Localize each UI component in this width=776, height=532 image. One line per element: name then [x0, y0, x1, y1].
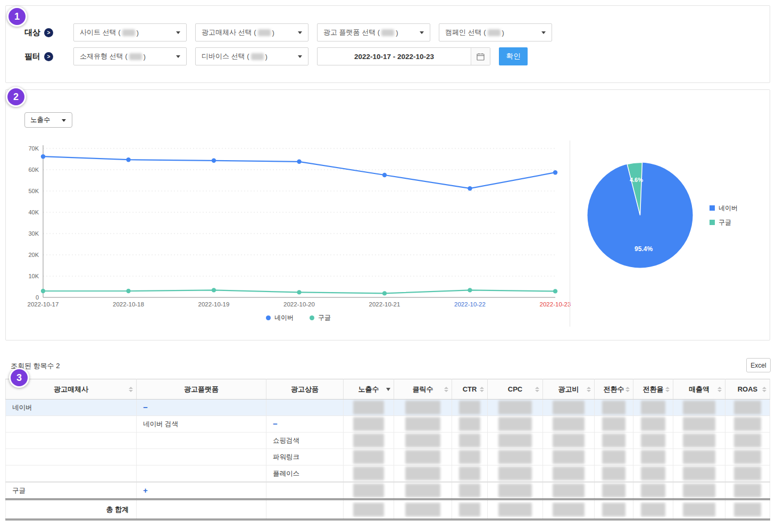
cell-metric	[394, 482, 452, 500]
column-header[interactable]: 클릭수	[394, 379, 452, 400]
sort-icon[interactable]	[762, 387, 766, 392]
cell-metric	[595, 500, 633, 520]
collapse-toggle-icon[interactable]: −	[137, 403, 154, 412]
target-filter-row: 대상 > 사이트 선택 ( ) 광고매체사 선택 ( ) 광고 플랫폼 선택 (…	[24, 23, 561, 41]
calendar-button[interactable]	[471, 48, 490, 65]
cell-metric	[452, 433, 488, 449]
cell-metric	[633, 482, 673, 500]
excel-export-button[interactable]: Excel	[746, 358, 771, 372]
column-header[interactable]: CTR	[452, 379, 488, 400]
column-label: CTR	[463, 385, 477, 393]
cell-metric	[394, 449, 452, 466]
legend-dot-icon	[310, 315, 314, 320]
table-row: 네이버−	[6, 400, 770, 416]
sort-desc-icon[interactable]	[386, 388, 390, 391]
cell-product	[266, 482, 344, 500]
column-header[interactable]: 전환율	[633, 379, 673, 400]
date-range-value: 2022-10-17 - 2022-10-23	[318, 48, 471, 65]
svg-text:30K: 30K	[28, 230, 39, 237]
cell-platform: 네이버 검색	[137, 416, 266, 433]
legend-item[interactable]: 네이버	[266, 313, 294, 322]
column-header[interactable]: 노출수	[344, 379, 394, 400]
sort-icon[interactable]	[717, 387, 722, 392]
cell-metric	[452, 500, 488, 520]
sort-icon[interactable]	[129, 387, 133, 392]
masked-value	[683, 434, 715, 447]
confirm-button[interactable]: 확인	[499, 47, 528, 65]
dropdown-label: 광고매체사 선택 (	[202, 28, 256, 37]
cell-metric	[344, 433, 394, 449]
cell-metric	[452, 482, 488, 500]
masked-value	[405, 467, 441, 480]
legend-item[interactable]: 구글	[310, 313, 331, 322]
cell-metric	[452, 466, 488, 483]
cell-metric	[344, 500, 394, 520]
cell-metric	[595, 482, 633, 500]
masked-value	[459, 434, 481, 447]
cell-media	[6, 433, 137, 449]
platform-select-dropdown[interactable]: 광고 플랫폼 선택 ( )	[317, 23, 430, 41]
media-select-dropdown[interactable]: 광고매체사 선택 ( )	[195, 23, 308, 41]
masked-value	[734, 484, 761, 497]
legend-label: 구글	[318, 313, 331, 322]
cell-platform: −	[137, 400, 266, 416]
cell-metric	[633, 466, 673, 483]
masked-value	[641, 450, 665, 464]
column-header[interactable]: CPC	[488, 379, 543, 400]
column-header[interactable]: 광고비	[543, 379, 595, 400]
cell-metric	[488, 433, 543, 449]
column-header[interactable]: ROAS	[725, 379, 770, 400]
masked-value	[459, 503, 481, 517]
cell-product: 플레이스	[266, 466, 344, 483]
pie-chart: 4.6%95.4%	[586, 161, 695, 270]
total-row: 총 합계	[6, 500, 770, 520]
masked-value	[553, 417, 585, 431]
masked-value	[683, 417, 715, 431]
masked-value	[488, 29, 500, 36]
target-label-text: 대상	[24, 28, 40, 38]
line-chart-container: 010K20K30K40K50K60K70K2022-10-172022-10-…	[19, 140, 578, 313]
svg-text:2022-10-23: 2022-10-23	[540, 301, 571, 307]
date-range-input[interactable]: 2022-10-17 - 2022-10-23	[317, 47, 490, 65]
masked-value	[734, 450, 761, 464]
column-label: 클릭수	[413, 385, 433, 393]
sort-icon[interactable]	[535, 387, 539, 392]
svg-text:4.6%: 4.6%	[630, 177, 643, 183]
sort-icon[interactable]	[480, 387, 484, 392]
cell-metric	[452, 416, 488, 433]
column-header[interactable]: 매출액	[673, 379, 725, 400]
legend-item[interactable]: 네이버	[710, 204, 738, 213]
column-header[interactable]: 전환수	[595, 379, 633, 400]
cell-product	[266, 500, 344, 520]
dropdown-label: 광고 플랫폼 선택 (	[323, 28, 380, 37]
cell-metric	[595, 433, 633, 449]
masked-value	[602, 434, 626, 447]
collapse-toggle-icon[interactable]: −	[266, 419, 284, 428]
campaign-select-dropdown[interactable]: 캠페인 선택 ( )	[439, 23, 552, 41]
metric-select[interactable]: 노출수	[24, 112, 72, 128]
cell-platform	[137, 449, 266, 466]
legend-item[interactable]: 구글	[710, 218, 738, 227]
metric-select-value: 노출수	[30, 115, 51, 124]
dropdown-label: 소재유형 선택 (	[80, 52, 128, 61]
masked-value	[122, 29, 135, 36]
sort-icon[interactable]	[665, 387, 670, 392]
cell-metric	[488, 449, 543, 466]
masked-value	[405, 434, 441, 447]
expand-toggle-icon[interactable]: +	[137, 486, 154, 495]
column-label: 전환수	[604, 385, 624, 393]
svg-text:2022-10-19: 2022-10-19	[198, 301, 230, 307]
sort-icon[interactable]	[444, 387, 448, 392]
cell-metric	[673, 400, 725, 416]
cell-metric	[725, 433, 770, 449]
target-label: 대상 >	[24, 28, 73, 38]
masked-value	[129, 53, 142, 60]
dropdown-label: )	[272, 29, 274, 37]
creative-type-select-dropdown[interactable]: 소재유형 선택 ( )	[73, 47, 187, 65]
device-select-dropdown[interactable]: 디바이스 선택 ( )	[195, 47, 308, 65]
sort-icon[interactable]	[587, 387, 591, 392]
legend-label: 네이버	[274, 313, 294, 322]
sort-icon[interactable]	[625, 387, 630, 392]
cell-metric	[725, 466, 770, 483]
site-select-dropdown[interactable]: 사이트 선택 ( )	[73, 23, 187, 41]
